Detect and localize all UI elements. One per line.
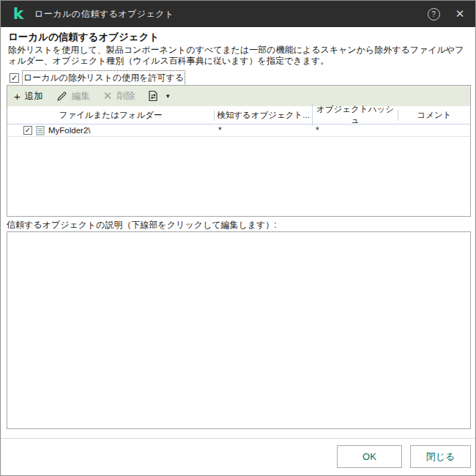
trusted-object-description-label: 信頼するオブジェクトの説明（下線部をクリックして編集します）: (7, 219, 277, 231)
footer-divider (1, 438, 476, 439)
table-toolbar: + 追加 編集 ✕ 削除 (7, 86, 470, 106)
delete-x-icon: ✕ (103, 89, 113, 103)
row-hash-value: * (312, 125, 398, 135)
table-header-row: ファイルまたはフォルダー 検知するオブジェクト... オブジェクトハッシュ コメ… (7, 106, 470, 124)
row-file-path: MyFolder2\ (48, 126, 91, 135)
chevron-down-icon: ▼ (165, 93, 171, 100)
allow-local-exclusions-label[interactable]: ローカルの除外リストの使用を許可する (23, 72, 184, 84)
edit-button[interactable]: 編集 (56, 90, 90, 103)
trusted-object-description-box[interactable] (7, 231, 471, 429)
page-title: ローカルの信頼するオブジェクト (8, 31, 159, 44)
close-icon: ✕ (455, 7, 465, 21)
close-window-button[interactable]: ✕ (445, 1, 475, 27)
close-button[interactable]: 閉じる (410, 445, 471, 468)
help-button[interactable]: ? (423, 1, 445, 27)
import-export-icon (148, 90, 158, 102)
delete-button[interactable]: ✕ 削除 (103, 89, 135, 103)
add-button-label: 追加 (25, 90, 43, 103)
table-row[interactable]: ✓ MyFolder2\ * * (7, 124, 470, 137)
add-button[interactable]: + 追加 (14, 90, 43, 103)
page-description: 除外リストを使用して、製品コンポーネントのすべてまたは一部の機能によるスキャンか… (8, 45, 472, 67)
column-header-file[interactable]: ファイルまたはフォルダー (7, 110, 214, 121)
plus-icon: + (14, 90, 21, 103)
ok-button[interactable]: OK (337, 445, 402, 468)
file-icon (36, 125, 45, 135)
window-title: ローカルの信頼するオブジェクト (34, 8, 174, 21)
row-checkbox[interactable]: ✓ (23, 126, 32, 135)
delete-button-label: 削除 (116, 90, 135, 103)
pencil-icon (56, 91, 67, 102)
import-export-button[interactable]: ▼ (148, 90, 171, 102)
help-icon: ? (428, 8, 440, 21)
column-header-hash[interactable]: オブジェクトハッシュ (312, 104, 398, 126)
allow-local-exclusions-row[interactable]: ✓ ローカルの除外リストの使用を許可する (10, 72, 184, 84)
check-icon: ✓ (11, 74, 18, 82)
titlebar: k ローカルの信頼するオブジェクト ? ✕ (1, 1, 475, 27)
column-header-comment[interactable]: コメント (398, 110, 470, 121)
kaspersky-logo-icon: k (11, 7, 26, 21)
row-objects-value: * (214, 125, 312, 135)
allow-local-exclusions-checkbox[interactable]: ✓ (10, 73, 19, 83)
check-icon: ✓ (25, 127, 31, 134)
edit-button-label: 編集 (72, 90, 90, 103)
column-header-objects[interactable]: 検知するオブジェクト... (214, 110, 312, 121)
trusted-objects-panel: + 追加 編集 ✕ 削除 (7, 85, 471, 217)
dialog-window: k ローカルの信頼するオブジェクト ? ✕ ローカルの信頼するオブジェクト 除外… (0, 0, 476, 476)
